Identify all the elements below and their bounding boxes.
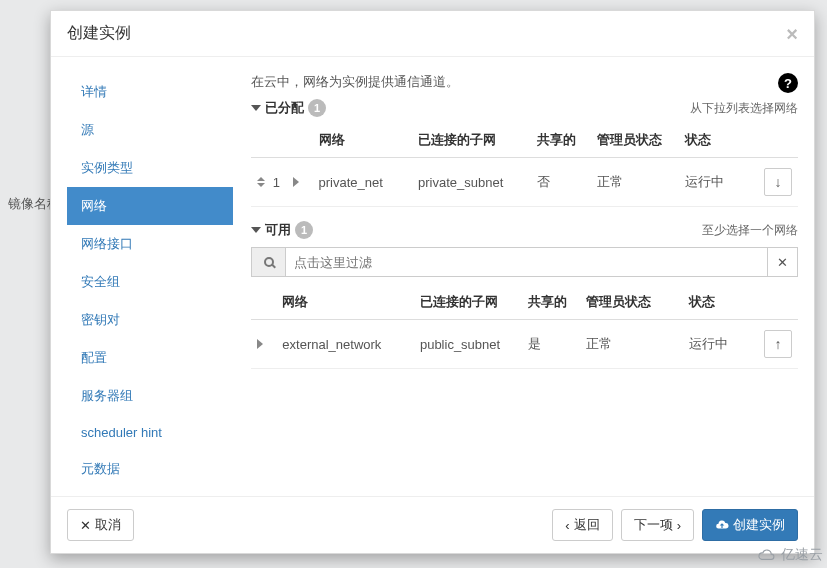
filter-row: ✕ — [251, 247, 798, 277]
cell-network: private_net — [313, 158, 412, 207]
modal-title: 创建实例 — [67, 23, 131, 44]
col-expand — [287, 123, 313, 158]
col-subnet: 已连接的子网 — [414, 285, 523, 320]
sidebar-item-4[interactable]: 网络接口 — [67, 225, 233, 263]
table-row: external_network public_subnet 是 正常 运行中 … — [251, 320, 798, 369]
sidebar-item-7[interactable]: 配置 — [67, 339, 233, 377]
sidebar-item-9[interactable]: scheduler hint — [67, 415, 233, 450]
sidebar-item-6[interactable]: 密钥对 — [67, 301, 233, 339]
modal-body: 详情源实例类型网络网络接口安全组密钥对配置服务器组scheduler hint元… — [51, 57, 814, 496]
col-admin: 管理员状态 — [580, 285, 683, 320]
available-count-badge: 1 — [295, 221, 313, 239]
wizard-sidebar: 详情源实例类型网络网络接口安全组密钥对配置服务器组scheduler hint元… — [67, 73, 233, 488]
create-instance-modal: 创建实例 × 详情源实例类型网络网络接口安全组密钥对配置服务器组schedule… — [50, 10, 815, 554]
sidebar-item-10[interactable]: 元数据 — [67, 450, 233, 488]
col-status: 状态 — [679, 123, 758, 158]
expand-row-icon[interactable] — [257, 339, 263, 349]
chevron-down-icon — [251, 105, 261, 111]
back-button[interactable]: ‹ 返回 — [552, 509, 612, 541]
sidebar-item-2[interactable]: 实例类型 — [67, 149, 233, 187]
col-shared: 共享的 — [531, 123, 590, 158]
sidebar-item-5[interactable]: 安全组 — [67, 263, 233, 301]
allocated-header: 已分配 1 从下拉列表选择网络 — [251, 99, 798, 117]
allocated-title[interactable]: 已分配 1 — [251, 99, 326, 117]
col-action — [758, 285, 798, 320]
cell-status: 运行中 — [679, 158, 758, 207]
sidebar-item-8[interactable]: 服务器组 — [67, 377, 233, 415]
watermark: 亿速云 — [755, 546, 823, 564]
cell-admin: 正常 — [580, 320, 683, 369]
cell-status: 运行中 — [683, 320, 758, 369]
allocated-table: 网络 已连接的子网 共享的 管理员状态 状态 1 private_net pri… — [251, 123, 798, 207]
modal-header: 创建实例 × — [51, 11, 814, 57]
col-expand — [251, 285, 276, 320]
close-icon[interactable]: × — [786, 24, 798, 44]
chevron-down-icon — [251, 227, 261, 233]
cell-admin: 正常 — [591, 158, 680, 207]
cloud-icon — [755, 548, 777, 562]
panel-description: 在云中，网络为实例提供通信通道。 — [251, 73, 798, 91]
available-title[interactable]: 可用 1 — [251, 221, 313, 239]
cell-subnet: public_subnet — [414, 320, 523, 369]
available-label: 可用 — [265, 221, 291, 239]
add-row-button[interactable]: ↑ — [764, 330, 792, 358]
col-admin: 管理员状态 — [591, 123, 680, 158]
filter-input[interactable] — [285, 247, 768, 277]
col-action — [758, 123, 798, 158]
cloud-upload-icon — [715, 518, 729, 532]
footer-right-buttons: ‹ 返回 下一项 › 创建实例 — [552, 509, 798, 541]
sidebar-item-1[interactable]: 源 — [67, 111, 233, 149]
modal-footer: ✕ 取消 ‹ 返回 下一项 › 创建实例 — [51, 496, 814, 553]
col-shared: 共享的 — [522, 285, 579, 320]
allocated-count-badge: 1 — [308, 99, 326, 117]
main-panel: ? 在云中，网络为实例提供通信通道。 已分配 1 从下拉列表选择网络 网络 已连… — [233, 73, 798, 488]
available-hint: 至少选择一个网络 — [702, 222, 798, 239]
col-status: 状态 — [683, 285, 758, 320]
cancel-button[interactable]: ✕ 取消 — [67, 509, 134, 541]
expand-row-icon[interactable] — [293, 177, 299, 187]
reorder-icon[interactable] — [257, 177, 269, 187]
available-header: 可用 1 至少选择一个网络 — [251, 221, 798, 239]
sidebar-item-0[interactable]: 详情 — [67, 73, 233, 111]
cell-subnet: private_subnet — [412, 158, 531, 207]
clear-filter-icon[interactable]: ✕ — [768, 247, 798, 277]
cell-shared: 是 — [522, 320, 579, 369]
available-table: 网络 已连接的子网 共享的 管理员状态 状态 external_network … — [251, 285, 798, 369]
create-instance-button[interactable]: 创建实例 — [702, 509, 798, 541]
search-icon — [251, 247, 285, 277]
row-order[interactable]: 1 — [251, 158, 287, 207]
sidebar-item-3[interactable]: 网络 — [67, 187, 233, 225]
remove-row-button[interactable]: ↓ — [764, 168, 792, 196]
cell-shared: 否 — [531, 158, 590, 207]
col-order — [251, 123, 287, 158]
next-button[interactable]: 下一项 › — [621, 509, 694, 541]
col-subnet: 已连接的子网 — [412, 123, 531, 158]
help-icon[interactable]: ? — [778, 73, 798, 93]
allocated-label: 已分配 — [265, 99, 304, 117]
table-row: 1 private_net private_subnet 否 正常 运行中 ↓ — [251, 158, 798, 207]
allocated-hint: 从下拉列表选择网络 — [690, 100, 798, 117]
col-network: 网络 — [276, 285, 414, 320]
cell-network: external_network — [276, 320, 414, 369]
col-network: 网络 — [313, 123, 412, 158]
